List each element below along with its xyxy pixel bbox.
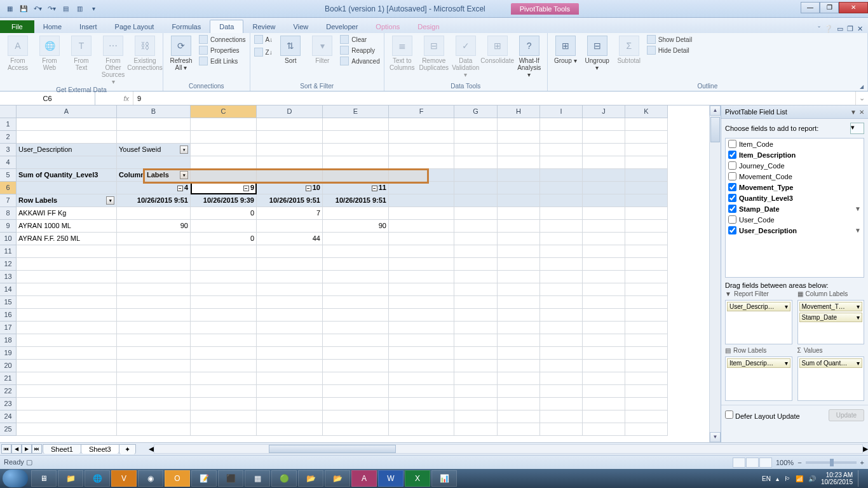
select-all-corner[interactable] (0, 105, 17, 118)
cell[interactable]: −4 (117, 182, 191, 194)
column-header[interactable]: F (389, 105, 454, 118)
cell[interactable]: 10/26/2015 9:51 (117, 194, 191, 207)
cell[interactable]: 0 (191, 207, 257, 220)
row-header[interactable]: 4 (0, 156, 17, 169)
cell[interactable] (454, 169, 498, 182)
zoom-out-icon[interactable]: − (797, 459, 801, 466)
page-layout-view-icon[interactable] (746, 458, 759, 468)
sort-asc-button[interactable]: A↓ (254, 34, 273, 44)
cell[interactable] (498, 118, 540, 131)
cell[interactable] (583, 233, 625, 245)
grid-body[interactable]: 123User_DescriptionYousef Sweid▾45Sum of… (0, 118, 709, 442)
cell[interactable] (583, 156, 625, 169)
area-values-box[interactable]: Sum of Quant…▾ (797, 356, 865, 401)
row-header[interactable]: 13 (0, 271, 17, 283)
row-header[interactable]: 12 (0, 258, 17, 271)
win-close-icon[interactable]: ✕ (857, 25, 863, 33)
cell[interactable] (117, 296, 191, 309)
clock[interactable]: 10:23 AM10/26/2015 (821, 471, 853, 485)
show-desktop-button[interactable] (858, 470, 863, 487)
cell[interactable] (540, 423, 583, 436)
cell[interactable] (540, 194, 583, 207)
what-if-button[interactable]: ?What-If Analysis ▾ (515, 34, 543, 78)
cell[interactable] (257, 258, 323, 271)
field-checkbox[interactable] (728, 226, 736, 234)
reapply-button[interactable]: Reapply (340, 45, 379, 55)
tab-formulas[interactable]: Formulas (163, 20, 210, 33)
cell[interactable] (625, 258, 668, 271)
cell[interactable] (257, 385, 323, 398)
cell[interactable] (583, 322, 625, 334)
field-checkbox[interactable] (728, 140, 736, 148)
collapse-icon[interactable]: − (372, 186, 377, 191)
cell[interactable] (625, 360, 668, 372)
field-checkbox[interactable] (728, 151, 736, 159)
cell[interactable] (583, 144, 625, 156)
pivot-dropdown-icon[interactable]: ▼ (850, 109, 857, 116)
cell[interactable] (498, 220, 540, 233)
cell[interactable] (389, 169, 454, 182)
row-header[interactable]: 17 (0, 322, 17, 334)
cell[interactable] (323, 169, 389, 182)
cell[interactable] (498, 347, 540, 360)
pivot-field[interactable]: Movement_Code (726, 171, 864, 182)
tab-home[interactable]: Home (34, 20, 71, 33)
sheet-tab[interactable]: Sheet3 (81, 444, 119, 454)
remove-duplicates-button[interactable]: ⊟Remove Duplicates (420, 34, 448, 71)
formula-input[interactable] (137, 95, 851, 102)
cell[interactable] (323, 156, 389, 169)
cell[interactable]: −10 (257, 182, 323, 194)
cell[interactable] (389, 194, 454, 207)
cell[interactable] (323, 283, 389, 296)
cell[interactable] (625, 169, 668, 182)
cell[interactable] (389, 233, 454, 245)
cell[interactable] (540, 334, 583, 347)
cell[interactable] (257, 283, 323, 296)
cell[interactable] (323, 245, 389, 258)
cell[interactable] (191, 283, 257, 296)
redo-icon[interactable]: ↷▾ (46, 3, 57, 15)
cell[interactable]: Column Labels▾ (117, 169, 191, 182)
cell[interactable] (583, 245, 625, 258)
worksheet-grid[interactable]: ABCDEFGHIJK 123User_DescriptionYousef Sw… (0, 105, 709, 442)
taskbar-app[interactable]: ⬛ (218, 470, 243, 487)
cell[interactable] (257, 156, 323, 169)
cell[interactable] (17, 258, 117, 271)
cell[interactable] (191, 360, 257, 372)
cell[interactable] (583, 347, 625, 360)
cell[interactable] (540, 220, 583, 233)
cell[interactable] (389, 271, 454, 283)
cell[interactable] (389, 423, 454, 436)
cell[interactable]: −9 (191, 182, 257, 194)
column-header[interactable]: K (625, 105, 668, 118)
cell[interactable] (323, 322, 389, 334)
save-icon[interactable]: 💾 (18, 3, 29, 15)
cell[interactable] (117, 334, 191, 347)
cell[interactable] (498, 156, 540, 169)
taskbar-app[interactable]: W (378, 470, 403, 487)
tab-file[interactable]: File (0, 20, 34, 33)
cell[interactable] (454, 296, 498, 309)
cell[interactable] (389, 372, 454, 385)
cell[interactable]: 10/26/2015 9:51 (323, 194, 389, 207)
cell[interactable] (389, 220, 454, 233)
minimize-button[interactable]: — (801, 2, 820, 13)
new-sheet-button[interactable]: ✦ (119, 444, 136, 454)
cell[interactable] (323, 131, 389, 144)
cell[interactable] (117, 410, 191, 423)
cell[interactable] (498, 169, 540, 182)
cell[interactable] (191, 309, 257, 322)
cell[interactable] (191, 372, 257, 385)
cell[interactable]: 10/26/2015 9:51 (257, 194, 323, 207)
layout-button[interactable]: ▾ (850, 123, 864, 134)
cell[interactable] (17, 347, 117, 360)
area-columns-box[interactable]: Movement_T…▾Stamp_Date▾ (797, 300, 865, 344)
cell[interactable] (454, 156, 498, 169)
cell[interactable] (498, 385, 540, 398)
area-chip[interactable]: Movement_T…▾ (799, 302, 863, 311)
row-header[interactable]: 14 (0, 283, 17, 296)
cell[interactable] (454, 423, 498, 436)
cell[interactable] (323, 360, 389, 372)
row-header[interactable]: 3 (0, 144, 17, 156)
taskbar-app[interactable]: O (165, 470, 190, 487)
